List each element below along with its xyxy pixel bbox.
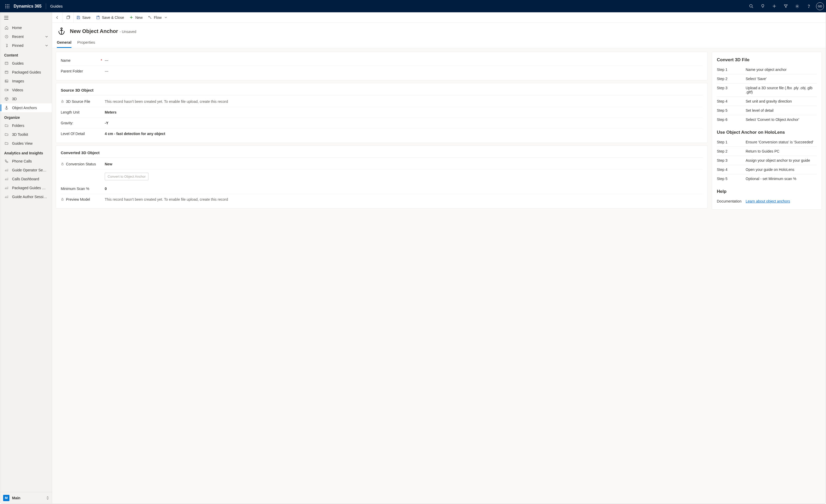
field-label: Length Unit <box>61 110 79 114</box>
svg-rect-58 <box>62 199 63 200</box>
nav-recent[interactable]: Recent <box>1 32 52 41</box>
new-button[interactable]: New <box>127 12 145 23</box>
nav-images[interactable]: Images <box>1 77 52 85</box>
clock-icon <box>4 34 9 39</box>
app-launcher-icon[interactable] <box>2 4 12 8</box>
nav-guides-view[interactable]: Guides View <box>1 139 52 148</box>
search-icon[interactable] <box>745 0 757 12</box>
field-label: Gravity: <box>61 121 73 125</box>
help-row: Documentation Learn about object anchors <box>717 197 817 206</box>
chevron-down-icon <box>164 16 167 19</box>
field-label: Level Of Detail <box>61 132 85 136</box>
step-text: Ensure 'Conversion status' is 'Succeeded… <box>746 140 817 144</box>
cube-icon <box>4 97 9 101</box>
field-value: 0 <box>105 187 703 191</box>
help-icon[interactable] <box>803 0 815 12</box>
nav-label: Folders <box>12 124 24 128</box>
brand-label[interactable]: Dynamics 365 <box>12 4 45 9</box>
nav-3d[interactable]: 3D <box>1 94 52 103</box>
panel-heading-help: Help <box>717 187 817 197</box>
required-indicator: * <box>101 58 102 63</box>
nav-packaged-guides-op[interactable]: Packaged Guides Op... <box>1 183 52 192</box>
lock-icon <box>61 162 64 166</box>
image-icon <box>4 79 9 83</box>
tab-properties[interactable]: Properties <box>77 39 95 48</box>
nav-label: Guide Operator Sessi... <box>12 168 48 172</box>
field-length-unit[interactable]: Length Unit Meters <box>61 107 703 118</box>
help-label: Documentation <box>717 199 743 203</box>
nav-pinned[interactable]: Pinned <box>1 41 52 50</box>
nav-home[interactable]: Home <box>1 23 52 32</box>
field-level-of-detail[interactable]: Level Of Detail 4 cm - fast detection fo… <box>61 128 703 139</box>
card-converted-3d: Converted 3D Object Conversion Status Ne… <box>56 145 708 208</box>
nav-calls-dashboard[interactable]: Calls Dashboard <box>1 175 52 183</box>
step-text: Optional - set Minimum scan % <box>746 177 817 181</box>
svg-rect-48 <box>78 16 79 17</box>
flow-button[interactable]: Flow <box>145 12 170 23</box>
nav-guide-operator-sessions[interactable]: Guide Operator Sessi... <box>1 166 52 175</box>
step-key: Step 1 <box>717 67 743 72</box>
field-3d-source-file[interactable]: 3D Source File This record hasn't been c… <box>61 96 703 107</box>
svg-point-53 <box>61 28 62 29</box>
app-name[interactable]: Guides <box>47 4 66 8</box>
nav-object-anchors[interactable]: Object Anchors <box>1 103 52 112</box>
nav-guides[interactable]: Guides <box>1 59 52 68</box>
nav-section-organize: Organize <box>1 112 52 121</box>
step-text: Upload a 3D source file (.fbx .ply .obj … <box>746 86 817 94</box>
topbar: Dynamics 365 Guides GD <box>0 0 826 12</box>
folder-icon <box>4 123 9 128</box>
svg-rect-25 <box>5 80 8 82</box>
nav-packaged-guides[interactable]: Packaged Guides <box>1 68 52 77</box>
field-gravity[interactable]: Gravity: -Y <box>61 118 703 128</box>
nav-label: Phone Calls <box>12 159 32 163</box>
convert-button[interactable]: Convert to Object Anchor <box>105 173 149 180</box>
nav-3d-toolkit[interactable]: 3D Toolkit <box>1 130 52 139</box>
help-link[interactable]: Learn about object anchors <box>746 199 790 203</box>
field-conversion-status[interactable]: Conversion Status New <box>61 159 703 170</box>
area-picker[interactable]: M Main <box>1 492 52 503</box>
field-label: Parent Folder <box>61 69 83 73</box>
step-text: Assign your object anchor to your guide <box>746 158 817 163</box>
form-body[interactable]: Name * --- Parent Folder --- Source 3D O… <box>52 48 825 503</box>
package-icon <box>4 70 9 75</box>
nav-label: Object Anchors <box>12 106 37 110</box>
add-icon[interactable] <box>768 0 780 12</box>
card-source-3d: Source 3D Object 3D Source File This rec… <box>56 83 708 143</box>
guide-icon <box>4 61 9 66</box>
field-label: Minimum Scan % <box>61 187 89 191</box>
open-new-window-button[interactable] <box>63 12 73 23</box>
svg-rect-27 <box>5 89 7 91</box>
step-key: Step 5 <box>717 177 743 181</box>
field-parent-folder[interactable]: Parent Folder --- <box>61 66 703 76</box>
hamburger-icon[interactable] <box>1 12 52 23</box>
lightbulb-icon[interactable] <box>757 0 768 12</box>
area-label: Main <box>12 496 46 500</box>
nav-folders[interactable]: Folders <box>1 121 52 130</box>
field-preview-model[interactable]: Preview Model This record hasn't been cr… <box>61 194 703 205</box>
save-close-button[interactable]: Save & Close <box>93 12 127 23</box>
field-label: Preview Model <box>66 197 90 201</box>
new-label: New <box>135 15 143 20</box>
avatar[interactable]: GD <box>816 2 824 10</box>
nav-label: Images <box>12 79 24 83</box>
nav-section-analytics: Analytics and Insights <box>1 148 52 157</box>
gear-icon[interactable] <box>791 0 803 12</box>
nav-guide-author-sessions[interactable]: Guide Author Sessions <box>1 192 52 201</box>
svg-rect-47 <box>67 16 69 19</box>
nav-phone-calls[interactable]: Phone Calls <box>1 157 52 166</box>
filter-icon[interactable] <box>780 0 791 12</box>
field-minimum-scan[interactable]: Minimum Scan % 0 <box>61 183 703 194</box>
back-button[interactable] <box>52 12 63 23</box>
field-label: Conversion Status <box>66 162 96 166</box>
panel-heading-use: Use Object Anchor on HoloLens <box>717 128 817 138</box>
nav-label: Guides View <box>12 141 33 145</box>
command-bar: Save Save & Close New Flow <box>52 12 825 23</box>
nav-videos[interactable]: Videos <box>1 85 52 94</box>
folder-icon <box>4 132 9 137</box>
field-value: 4 cm - fast detection for any object <box>105 132 703 136</box>
save-button[interactable]: Save <box>73 12 93 23</box>
field-name[interactable]: Name * --- <box>61 55 703 66</box>
tab-general[interactable]: General <box>57 39 71 48</box>
step-key: Step 1 <box>717 140 743 144</box>
home-icon <box>4 25 9 30</box>
